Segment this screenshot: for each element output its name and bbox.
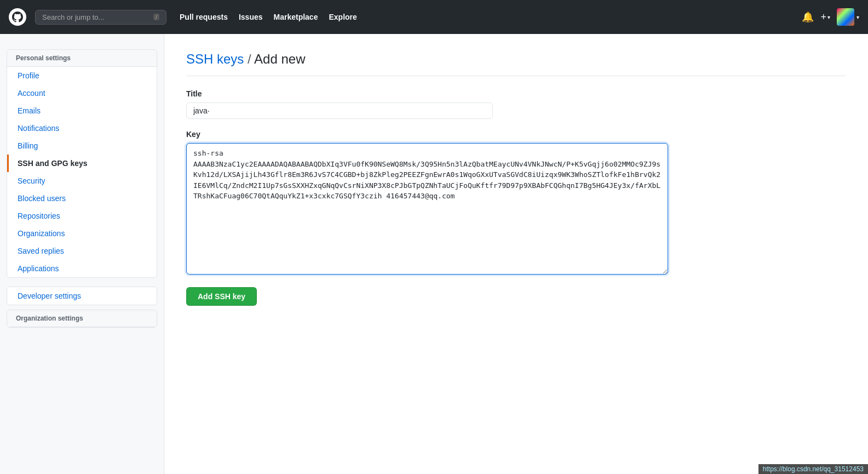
organization-settings-section: Organization settings [7, 310, 157, 328]
sidebar-item-account[interactable]: Account [7, 84, 157, 102]
breadcrumb-link[interactable]: SSH keys [186, 52, 244, 66]
title-group: Title [186, 89, 846, 119]
create-plus[interactable]: + ▾ [820, 12, 830, 23]
developer-settings-section: Developer settings [7, 287, 157, 305]
sidebar-item-emails[interactable]: Emails [7, 102, 157, 119]
add-ssh-key-button[interactable]: Add SSH key [186, 287, 257, 306]
avatar [837, 8, 854, 26]
key-label: Key [186, 130, 846, 139]
search-box[interactable]: Search or jump to... / [35, 10, 166, 25]
github-logo[interactable] [9, 8, 26, 26]
sidebar-item-profile[interactable]: Profile [7, 67, 157, 84]
sidebar-item-billing[interactable]: Billing [7, 137, 157, 155]
sidebar-item-organizations[interactable]: Organizations [7, 225, 157, 242]
explore-link[interactable]: Explore [329, 13, 357, 21]
main-content: SSH keys / Add new Title Key Add SSH key [164, 34, 868, 474]
sidebar-item-security[interactable]: Security [7, 172, 157, 190]
sidebar-item-notifications[interactable]: Notifications [7, 119, 157, 137]
search-slash: / [153, 14, 159, 20]
user-menu[interactable]: ▾ [837, 8, 859, 26]
topnav: Search or jump to... / Pull requests Iss… [0, 0, 868, 34]
layout: Personal settings Profile Account Emails… [0, 34, 868, 474]
page-header: SSH keys / Add new [186, 52, 846, 76]
sidebar-item-developer-settings[interactable]: Developer settings [7, 287, 157, 305]
breadcrumb-separator: / [248, 52, 254, 66]
pull-requests-link[interactable]: Pull requests [180, 13, 228, 21]
title-label: Title [186, 89, 846, 98]
search-placeholder: Search or jump to... [42, 13, 104, 21]
marketplace-link[interactable]: Marketplace [274, 13, 318, 21]
sidebar-item-ssh[interactable]: SSH and GPG keys [7, 155, 157, 172]
key-group: Key [186, 130, 846, 276]
sidebar: Personal settings Profile Account Emails… [0, 34, 164, 474]
issues-link[interactable]: Issues [239, 13, 263, 21]
title-input[interactable] [186, 102, 493, 119]
organization-settings-label: Organization settings [7, 310, 157, 327]
key-textarea[interactable] [186, 143, 668, 275]
personal-settings-section: Personal settings Profile Account Emails… [7, 49, 157, 278]
topnav-right: 🔔 + ▾ ▾ [802, 8, 859, 26]
notifications-bell[interactable]: 🔔 [802, 11, 814, 23]
sidebar-item-blocked[interactable]: Blocked users [7, 190, 157, 207]
user-menu-caret: ▾ [856, 14, 859, 20]
sidebar-item-repositories[interactable]: Repositories [7, 207, 157, 225]
sidebar-item-saved-replies[interactable]: Saved replies [7, 242, 157, 260]
breadcrumb-current: Add new [254, 52, 305, 66]
sidebar-item-applications[interactable]: Applications [7, 260, 157, 277]
topnav-links: Pull requests Issues Marketplace Explore [180, 13, 793, 21]
personal-settings-label: Personal settings [7, 50, 157, 67]
